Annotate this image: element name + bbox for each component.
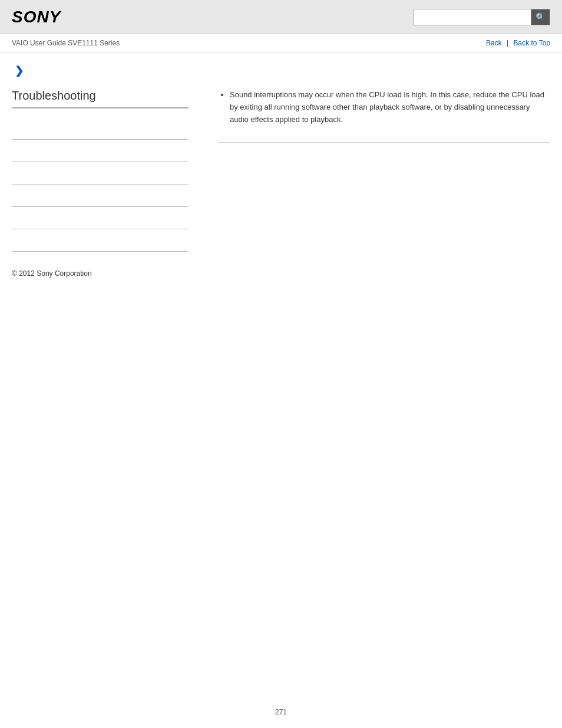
sidebar-nav-item[interactable] bbox=[12, 185, 189, 207]
search-button[interactable]: 🔍 bbox=[531, 9, 550, 25]
nav-separator: | bbox=[507, 39, 508, 47]
sidebar-nav-item[interactable] bbox=[12, 140, 189, 162]
breadcrumb: VAIO User Guide SVE1111 Series bbox=[12, 39, 120, 47]
nav-links: Back | Back to Top bbox=[486, 39, 550, 47]
content-layout: Troubleshooting Sound interruptions may … bbox=[12, 89, 550, 252]
sidebar-nav-item[interactable] bbox=[12, 117, 189, 140]
sidebar-title: Troubleshooting bbox=[12, 89, 189, 108]
expand-icon[interactable]: ❯ bbox=[15, 64, 550, 77]
nav-bar: VAIO User Guide SVE1111 Series Back | Ba… bbox=[0, 34, 562, 52]
search-container: 🔍 bbox=[414, 9, 550, 25]
sidebar-nav-item[interactable] bbox=[12, 229, 189, 252]
sidebar-nav-item[interactable] bbox=[12, 162, 189, 185]
search-icon: 🔍 bbox=[535, 12, 546, 22]
right-content: Sound interruptions may occur when the C… bbox=[200, 89, 550, 252]
list-item: Sound interruptions may occur when the C… bbox=[230, 89, 550, 126]
page-header: SONY 🔍 bbox=[0, 0, 562, 34]
sony-logo: SONY bbox=[12, 8, 61, 27]
content-section: Sound interruptions may occur when the C… bbox=[218, 89, 550, 143]
page-number: 271 bbox=[0, 708, 562, 716]
sidebar-nav-item[interactable] bbox=[12, 207, 189, 229]
back-link[interactable]: Back bbox=[486, 39, 502, 47]
bullet-list: Sound interruptions may occur when the C… bbox=[218, 89, 550, 126]
back-to-top-link[interactable]: Back to Top bbox=[514, 39, 550, 47]
left-sidebar: Troubleshooting bbox=[12, 89, 200, 252]
footer-copyright: © 2012 Sony Corporation bbox=[12, 269, 550, 278]
search-input[interactable] bbox=[414, 9, 531, 25]
main-content: ❯ Troubleshooting Sound interruptions ma… bbox=[0, 52, 562, 289]
